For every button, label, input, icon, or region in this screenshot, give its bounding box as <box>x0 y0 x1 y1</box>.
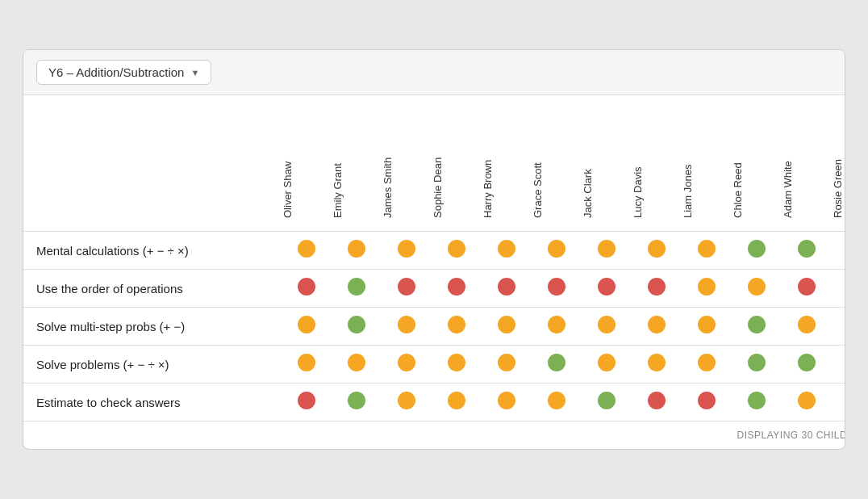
red-dot <box>398 278 415 296</box>
row-label-3: Solve problems (+ − ÷ ×) <box>23 346 282 384</box>
cell-2-9 <box>732 308 782 346</box>
cell-1-5 <box>532 270 582 308</box>
cell-2-8 <box>682 308 732 346</box>
card-header: Y6 – Addition/Subtraction ▼ <box>23 50 845 95</box>
cell-4-4 <box>482 384 532 421</box>
orange-dot <box>698 240 716 258</box>
student-header-6: Jack Clark <box>582 95 632 232</box>
cell-1-11 <box>832 270 845 308</box>
red-dot <box>698 392 716 409</box>
student-header-1: Emily Grant <box>332 95 382 232</box>
green-dot <box>598 392 616 409</box>
orange-dot <box>698 316 716 333</box>
cell-3-11 <box>832 346 845 384</box>
cell-4-9 <box>732 384 782 421</box>
orange-dot <box>598 240 616 258</box>
green-dot <box>748 354 766 371</box>
orange-dot <box>448 354 465 371</box>
cell-4-0 <box>282 384 332 421</box>
cell-0-8 <box>682 232 732 270</box>
red-dot <box>498 278 515 296</box>
cell-0-7 <box>632 232 682 270</box>
cell-0-5 <box>532 232 582 270</box>
orange-dot <box>698 354 716 371</box>
cell-4-11 <box>832 384 845 421</box>
orange-dot <box>748 278 766 296</box>
cell-4-6 <box>582 384 632 421</box>
orange-dot <box>298 240 315 258</box>
orange-dot <box>648 354 666 371</box>
orange-dot <box>398 240 415 258</box>
cell-2-3 <box>432 308 482 346</box>
red-dot <box>798 278 816 296</box>
orange-dot <box>348 240 365 258</box>
orange-dot <box>398 354 415 371</box>
student-header-3: Sophie Dean <box>432 95 482 232</box>
cell-0-0 <box>282 232 332 270</box>
green-dot <box>798 354 816 371</box>
green-dot <box>748 392 766 409</box>
orange-dot <box>298 316 315 333</box>
cell-3-0 <box>282 346 332 384</box>
cell-1-7 <box>632 270 682 308</box>
student-header-5: Grace Scott <box>532 95 582 232</box>
topic-dropdown[interactable]: Y6 – Addition/Subtraction ▼ <box>36 60 211 85</box>
green-dot <box>348 316 365 333</box>
cell-1-8 <box>682 270 732 308</box>
cell-4-8 <box>682 384 732 421</box>
footer-text: DISPLAYING 30 CHILDREN <box>23 421 845 450</box>
red-dot <box>548 278 565 296</box>
cell-1-4 <box>482 270 532 308</box>
row-label-0: Mental calculations (+ − ÷ ×) <box>23 232 282 270</box>
label-column-header <box>23 95 282 232</box>
student-header-2: James Smith <box>382 95 432 232</box>
cell-4-10 <box>782 384 832 421</box>
orange-dot <box>448 316 465 333</box>
cell-4-2 <box>382 384 432 421</box>
cell-0-11 <box>832 232 845 270</box>
green-dot <box>348 392 365 409</box>
orange-dot <box>598 354 616 371</box>
cell-3-8 <box>682 346 732 384</box>
orange-dot <box>448 240 465 258</box>
table-row: Mental calculations (+ − ÷ ×) <box>23 232 845 270</box>
cell-0-4 <box>482 232 532 270</box>
student-header-8: Liam Jones <box>682 95 732 232</box>
cell-2-2 <box>382 308 432 346</box>
student-header-9: Chloe Reed <box>732 95 782 232</box>
cell-4-5 <box>532 384 582 421</box>
row-label-1: Use the order of operations <box>23 270 282 308</box>
cell-3-5 <box>532 346 582 384</box>
red-dot <box>648 392 666 409</box>
student-header-0: Oliver Shaw <box>282 95 332 232</box>
orange-dot <box>348 354 365 371</box>
orange-dot <box>548 392 565 409</box>
row-label-4: Estimate to check answers <box>23 384 282 421</box>
cell-2-7 <box>632 308 682 346</box>
green-dot <box>348 278 365 296</box>
cell-4-1 <box>332 384 382 421</box>
orange-dot <box>598 316 616 333</box>
cell-0-6 <box>582 232 632 270</box>
cell-1-6 <box>582 270 632 308</box>
table-row: Solve problems (+ − ÷ ×) <box>23 346 845 384</box>
student-header-4: Harry Brown <box>482 95 532 232</box>
cell-1-1 <box>332 270 382 308</box>
dropdown-label: Y6 – Addition/Subtraction <box>48 65 184 79</box>
cell-0-10 <box>782 232 832 270</box>
cell-3-2 <box>382 346 432 384</box>
orange-dot <box>698 278 716 296</box>
green-dot <box>748 240 766 258</box>
orange-dot <box>398 392 415 409</box>
cell-1-9 <box>732 270 782 308</box>
orange-dot <box>448 392 465 409</box>
cell-3-4 <box>482 346 532 384</box>
orange-dot <box>648 316 666 333</box>
green-dot <box>798 240 816 258</box>
green-dot <box>748 316 766 333</box>
cell-4-3 <box>432 384 482 421</box>
student-header-11: Rosie Green <box>832 95 845 232</box>
cell-1-2 <box>382 270 432 308</box>
row-label-2: Solve multi-step probs (+ −) <box>23 308 282 346</box>
main-card: Y6 – Addition/Subtraction ▼ Oliver ShawE… <box>23 49 845 450</box>
